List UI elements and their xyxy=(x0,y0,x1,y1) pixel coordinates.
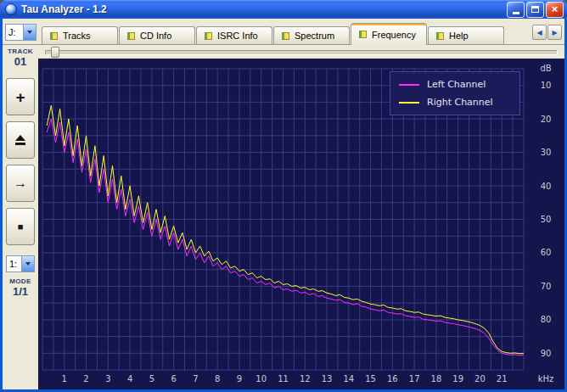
svg-text:14: 14 xyxy=(343,374,354,384)
svg-text:18: 18 xyxy=(431,374,442,384)
svg-text:13: 13 xyxy=(322,374,333,384)
eject-icon xyxy=(15,135,25,145)
right-channel-swatch xyxy=(399,102,419,104)
tab-led-icon xyxy=(205,32,212,40)
svg-text:11: 11 xyxy=(278,374,289,384)
stop-button[interactable]: ■ xyxy=(6,208,35,245)
svg-text:30: 30 xyxy=(541,148,552,157)
mode-value: 1/1 xyxy=(13,285,28,298)
svg-text:16: 16 xyxy=(387,374,398,384)
arrow-left-icon: ◀ xyxy=(536,29,542,36)
eject-button[interactable] xyxy=(6,121,35,159)
window-body: J: Tracks CD Info ISRC Info Spectrum Fre… xyxy=(0,19,567,392)
tab-led-icon xyxy=(359,31,367,38)
position-slider[interactable] xyxy=(38,45,564,59)
slider-thumb[interactable] xyxy=(51,47,59,58)
svg-text:15: 15 xyxy=(365,374,376,384)
track-number: 01 xyxy=(14,55,26,68)
tab-label: Help xyxy=(449,31,469,41)
drive-select-value: J: xyxy=(6,27,23,37)
content-area: TRACK 01 + → ■ 1: MODE 1/1 xyxy=(3,45,564,389)
tab-led-icon xyxy=(282,32,289,40)
svg-text:5: 5 xyxy=(149,374,154,384)
svg-text:8: 8 xyxy=(215,374,220,384)
sidebar: TRACK 01 + → ■ 1: MODE 1/1 xyxy=(3,45,38,389)
app-window: Tau Analyzer - 1.2 × J: Tracks CD Info I… xyxy=(0,0,567,392)
legend-row-right: Right Channel xyxy=(399,97,511,108)
tab-frequency[interactable]: Frequency xyxy=(351,23,427,45)
svg-text:7: 7 xyxy=(193,374,198,384)
tab-led-icon xyxy=(50,32,58,40)
close-icon: × xyxy=(552,3,559,14)
frequency-chart: 123456789101112131415161718192021kHz1020… xyxy=(38,59,564,389)
titlebar[interactable]: Tau Analyzer - 1.2 × xyxy=(0,0,567,19)
svg-text:12: 12 xyxy=(300,374,311,384)
svg-text:1: 1 xyxy=(62,374,67,384)
svg-text:4: 4 xyxy=(127,374,132,384)
tab-bar: Tracks CD Info ISRC Info Spectrum Freque… xyxy=(42,23,529,44)
tab-spectrum[interactable]: Spectrum xyxy=(273,26,350,44)
svg-text:20: 20 xyxy=(541,115,552,124)
tab-scroll-left-button[interactable]: ◀ xyxy=(532,25,547,40)
legend-row-left: Left Channel xyxy=(399,79,511,90)
mode-select-dropdown-button[interactable] xyxy=(21,256,34,272)
svg-text:80: 80 xyxy=(541,315,552,324)
drive-select-dropdown-button[interactable] xyxy=(23,25,36,40)
svg-text:9: 9 xyxy=(237,374,242,384)
maximize-icon xyxy=(531,6,539,13)
window-title: Tau Analyzer - 1.2 xyxy=(21,3,507,15)
tab-label: Tracks xyxy=(63,31,91,41)
tab-cd-info[interactable]: CD Info xyxy=(119,26,195,44)
svg-text:dB: dB xyxy=(540,64,551,73)
chart-legend: Left Channel Right Channel xyxy=(390,71,520,115)
minimize-button[interactable] xyxy=(507,2,525,18)
tab-label: CD Info xyxy=(140,31,171,41)
app-icon xyxy=(5,3,17,15)
mode-select-value: 1: xyxy=(7,259,21,269)
tab-help[interactable]: Help xyxy=(428,26,504,44)
maximize-button[interactable] xyxy=(526,2,544,18)
svg-text:20: 20 xyxy=(474,374,486,384)
arrow-right-icon: ▶ xyxy=(552,29,557,36)
svg-text:70: 70 xyxy=(541,282,552,291)
mode-select[interactable]: 1: xyxy=(6,255,35,272)
svg-text:21: 21 xyxy=(497,374,508,384)
tab-led-icon xyxy=(127,32,135,40)
plus-icon: + xyxy=(15,89,25,105)
svg-text:17: 17 xyxy=(409,374,420,384)
svg-text:kHz: kHz xyxy=(538,374,554,384)
tab-label: Spectrum xyxy=(295,31,334,41)
svg-text:3: 3 xyxy=(105,374,110,384)
track-label: TRACK xyxy=(8,48,33,55)
svg-text:19: 19 xyxy=(452,374,463,384)
stop-icon: ■ xyxy=(18,222,24,232)
svg-text:90: 90 xyxy=(541,349,552,358)
tab-tracks[interactable]: Tracks xyxy=(42,26,118,44)
tab-isrc-info[interactable]: ISRC Info xyxy=(196,26,272,44)
svg-text:50: 50 xyxy=(541,215,552,224)
tab-led-icon xyxy=(436,32,444,40)
svg-text:40: 40 xyxy=(541,182,552,191)
drive-select[interactable]: J: xyxy=(5,24,36,41)
tab-row: J: Tracks CD Info ISRC Info Spectrum Fre… xyxy=(3,19,564,45)
tab-label: Frequency xyxy=(372,30,416,40)
tab-label: ISRC Info xyxy=(217,31,258,41)
left-channel-label: Left Channel xyxy=(427,79,486,90)
svg-text:2: 2 xyxy=(83,374,88,384)
minimize-icon xyxy=(513,12,519,14)
main-panel: 123456789101112131415161718192021kHz1020… xyxy=(38,45,564,389)
close-button[interactable]: × xyxy=(546,2,564,18)
svg-text:10: 10 xyxy=(541,81,552,90)
svg-text:10: 10 xyxy=(255,374,267,384)
slider-track[interactable] xyxy=(45,50,558,55)
tab-scroll-right-button[interactable]: ▶ xyxy=(547,25,562,40)
arrow-right-icon: → xyxy=(14,176,27,190)
window-controls: × xyxy=(507,2,564,18)
next-button[interactable]: → xyxy=(6,165,35,202)
svg-text:60: 60 xyxy=(541,248,552,257)
left-channel-swatch xyxy=(399,84,419,86)
chevron-down-icon xyxy=(27,31,32,34)
add-button[interactable]: + xyxy=(6,78,35,115)
tab-scroll-buttons: ◀ ▶ xyxy=(532,25,562,40)
mode-label: MODE xyxy=(9,277,31,285)
